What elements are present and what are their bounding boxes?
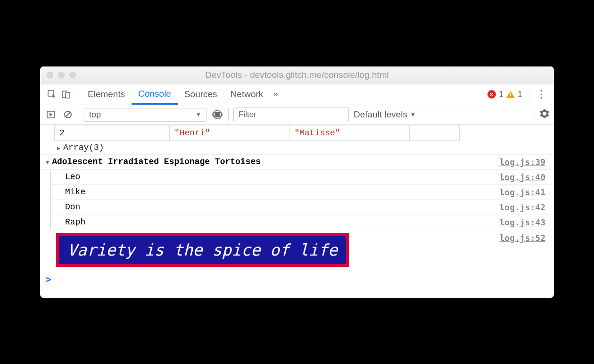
svg-rect-2 [66,92,70,98]
clear-console-icon[interactable] [62,108,74,121]
source-link[interactable]: log.js:52 [499,233,545,243]
levels-label: Default levels [354,109,407,120]
separator [77,88,77,101]
log-text: Raph [65,217,85,227]
log-text: Mike [65,187,85,197]
log-text: Leo [65,172,80,182]
log-line[interactable]: Mike log.js:41 [51,185,554,200]
table-cell: "Henri" [169,125,289,141]
devtools-window: DevTools - devtools.glitch.me/console/lo… [40,66,554,298]
log-line[interactable]: Don log.js:42 [51,200,554,215]
source-link[interactable]: log.js:40 [499,172,545,182]
inspect-element-icon[interactable] [45,87,59,101]
console-body: 2 "Henri" "Matisse" Array(3) Adolescent … [40,125,554,298]
group-title: Adolescent Irradiated Espionage Tortoise… [52,157,261,166]
source-link[interactable]: log.js:43 [499,217,545,227]
context-label: top [89,110,101,120]
console-group-header[interactable]: Adolescent Irradiated Espionage Tortoise… [40,155,554,170]
table-cell-index: 2 [55,125,170,141]
tab-console[interactable]: Console [132,84,178,105]
filter-input[interactable] [233,107,349,122]
separator [529,88,529,101]
log-levels-select[interactable]: Default levels ▼ [354,109,416,120]
devtools-menu-button[interactable]: ⋮ [533,88,549,100]
styled-log-text: Variety is the spice of life [56,233,349,267]
console-group-body: Leo log.js:40 Mike log.js:41 Don log.js:… [50,170,554,230]
error-count: 1 [499,90,503,99]
error-icon: ✕ [487,90,496,99]
expand-icon [57,143,63,152]
live-expression-icon[interactable] [211,108,223,121]
titlebar: DevTools - devtools.glitch.me/console/lo… [40,66,554,84]
warning-icon [506,91,515,98]
separator [228,108,229,121]
log-text: Don [65,202,80,212]
styled-log-row[interactable]: Variety is the spice of life log.js:52 [40,230,554,270]
chevron-down-icon: ▼ [196,111,201,118]
chevron-down-icon: ▼ [410,111,416,118]
traffic-lights [40,72,76,78]
window-title: DevTools - devtools.glitch.me/console/lo… [40,70,554,80]
separator [535,108,535,121]
console-toolbar: top ▼ Default levels ▼ [40,105,554,125]
separator [79,108,79,121]
console-settings-icon[interactable] [540,109,549,121]
console-table-fragment: 2 "Henri" "Matisse" [54,125,554,141]
svg-line-5 [66,112,70,117]
panel-tabbar: Elements Console Sources Network » ✕ 1 1… [40,84,554,105]
collapse-icon [46,157,52,166]
table-row[interactable]: 2 "Henri" "Matisse" [55,125,460,141]
console-prompt[interactable]: > [40,270,554,289]
zoom-window-button[interactable] [69,72,76,78]
issue-counters[interactable]: ✕ 1 1 [487,90,525,99]
source-link[interactable]: log.js:41 [499,187,545,197]
table-cell: "Matisse" [289,125,410,141]
tab-network[interactable]: Network [224,84,270,105]
source-link[interactable]: log.js:39 [499,157,545,167]
console-table: 2 "Henri" "Matisse" [54,125,460,141]
log-line[interactable]: Raph log.js:43 [51,215,554,230]
close-window-button[interactable] [47,72,53,78]
log-line[interactable]: Leo log.js:40 [51,170,554,185]
table-cell-empty [409,125,459,141]
array-label: Array(3) [63,143,104,152]
tab-sources[interactable]: Sources [178,84,224,105]
execution-context-select[interactable]: top ▼ [84,108,206,122]
tab-elements[interactable]: Elements [81,84,132,105]
toggle-sidebar-icon[interactable] [45,108,57,121]
array-summary[interactable]: Array(3) [40,141,554,155]
more-tabs-button[interactable]: » [270,90,281,99]
minimize-window-button[interactable] [58,72,65,78]
warning-count: 1 [518,90,522,99]
source-link[interactable]: log.js:42 [499,202,545,212]
device-toolbar-icon[interactable] [59,87,73,101]
